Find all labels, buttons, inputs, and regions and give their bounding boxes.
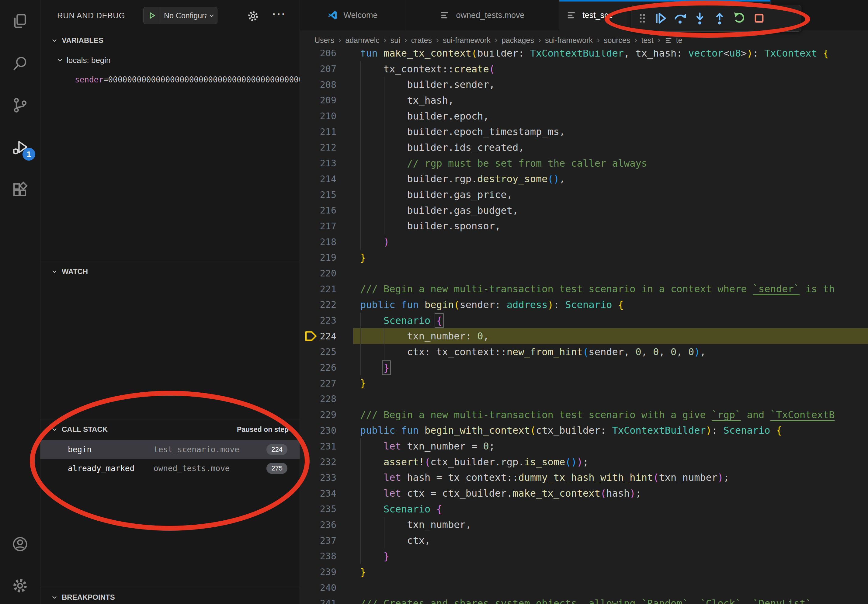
line-number[interactable]: 237 — [318, 535, 336, 546]
launch-config-dropdown[interactable]: No Configurat — [143, 7, 217, 24]
code-line-226[interactable]: 226 } — [300, 360, 868, 376]
line-number[interactable]: 240 — [318, 582, 336, 593]
line-number[interactable]: 213 — [318, 158, 336, 169]
breakpoint-gutter[interactable] — [300, 218, 318, 234]
tab-owned-tests-move[interactable]: owned_tests.move — [405, 0, 559, 30]
breakpoint-gutter[interactable] — [300, 77, 318, 93]
chevron-down-icon[interactable] — [51, 426, 58, 433]
breadcrumb-item[interactable]: crates — [411, 36, 432, 45]
line-number[interactable]: 227 — [318, 378, 336, 389]
explorer-icon[interactable] — [0, 6, 40, 36]
code-line-233[interactable]: 233 let hash = tx_context::dummy_tx_hash… — [300, 470, 868, 486]
line-number[interactable]: 231 — [318, 441, 336, 452]
code-line-212[interactable]: 212 builder.ids_created, — [300, 139, 868, 155]
code-line-219[interactable]: 219} — [300, 250, 868, 265]
breakpoint-gutter[interactable] — [300, 139, 318, 155]
breadcrumb-file[interactable]: te — [665, 36, 682, 45]
code-line-227[interactable]: 227} — [300, 375, 868, 391]
tab-welcome[interactable]: Welcome — [300, 0, 405, 30]
code-line-224[interactable]: 224 txn_number: 0, — [300, 328, 868, 344]
breakpoint-gutter[interactable] — [300, 360, 318, 376]
line-number[interactable]: 218 — [318, 237, 336, 247]
line-number[interactable]: 232 — [318, 457, 336, 467]
continue-button[interactable] — [650, 8, 670, 28]
debug-settings-gear-icon[interactable] — [246, 10, 259, 23]
current-line-marker[interactable] — [300, 328, 318, 344]
line-number[interactable]: 207 — [318, 63, 336, 74]
code-line-235[interactable]: 235 Scenario { — [300, 501, 868, 517]
breakpoint-gutter[interactable] — [300, 548, 318, 564]
chevron-down-icon[interactable] — [51, 594, 58, 601]
breakpoint-gutter[interactable] — [300, 265, 318, 281]
account-icon[interactable] — [0, 529, 40, 559]
line-number[interactable]: 224 — [318, 331, 336, 342]
step-into-button[interactable] — [690, 8, 710, 28]
breakpoints-section-header[interactable]: BREAKPOINTS — [40, 589, 299, 604]
line-number[interactable]: 239 — [318, 567, 336, 577]
run-and-debug-icon[interactable]: 1 — [0, 133, 40, 163]
extensions-icon[interactable] — [0, 175, 40, 205]
line-number[interactable]: 238 — [318, 551, 336, 561]
breakpoint-gutter[interactable] — [300, 438, 318, 454]
more-actions-icon[interactable]: ··· — [272, 8, 287, 21]
breakpoint-gutter[interactable] — [300, 250, 318, 265]
breadcrumb-item[interactable]: sources — [604, 36, 631, 45]
restart-button[interactable] — [729, 8, 749, 28]
breadcrumb-item[interactable]: sui-framework — [443, 36, 491, 45]
breakpoint-gutter[interactable] — [300, 124, 318, 139]
breakpoint-gutter[interactable] — [300, 203, 318, 218]
line-number[interactable]: 209 — [318, 95, 336, 105]
line-number[interactable]: 220 — [318, 268, 336, 279]
breakpoint-gutter[interactable] — [300, 313, 318, 328]
line-number[interactable]: 217 — [318, 221, 336, 231]
watch-section-header[interactable]: WATCH — [40, 263, 299, 280]
start-debug-button[interactable] — [144, 7, 160, 24]
code-line-209[interactable]: 209 tx_hash, — [300, 93, 868, 108]
breakpoint-gutter[interactable] — [300, 533, 318, 548]
line-number[interactable]: 234 — [318, 488, 336, 499]
code-line-221[interactable]: 221/// Begin a new multi-transaction tes… — [300, 281, 868, 297]
code-line-216[interactable]: 216 builder.gas_budget, — [300, 203, 868, 218]
code-line-240[interactable]: 240 — [300, 580, 868, 595]
code-line-239[interactable]: 239} — [300, 564, 868, 580]
breakpoint-gutter[interactable] — [300, 234, 318, 250]
breakpoint-gutter[interactable] — [300, 61, 318, 77]
code-line-232[interactable]: 232 assert!(ctx_builder.rgp.is_some()); — [300, 454, 868, 470]
code-line-223[interactable]: 223 Scenario { — [300, 313, 868, 328]
variables-section-header[interactable]: VARIABLES — [40, 32, 299, 49]
breakpoint-gutter[interactable] — [300, 580, 318, 595]
stop-button[interactable] — [749, 8, 769, 28]
code-line-208[interactable]: 208 builder.sender, — [300, 77, 868, 93]
code-line-236[interactable]: 236 txn_number, — [300, 517, 868, 533]
breakpoint-gutter[interactable] — [300, 344, 318, 360]
breakpoint-gutter[interactable] — [300, 595, 318, 604]
line-number[interactable]: 236 — [318, 519, 336, 530]
call-stack-frame-already_marked[interactable]: already_markedowned_tests.move275 — [40, 459, 299, 478]
breadcrumb-item[interactable]: test — [641, 36, 653, 45]
line-number[interactable]: 228 — [318, 393, 336, 404]
locals-scope-row[interactable]: locals: begin — [40, 52, 299, 69]
breakpoint-gutter[interactable] — [300, 391, 318, 407]
breakpoint-gutter[interactable] — [300, 93, 318, 108]
code-line-228[interactable]: 228 — [300, 391, 868, 407]
line-number[interactable]: 214 — [318, 173, 336, 184]
breakpoint-gutter[interactable] — [300, 485, 318, 501]
breakpoint-gutter[interactable] — [300, 297, 318, 313]
breakpoint-gutter[interactable] — [300, 171, 318, 187]
line-number[interactable]: 229 — [318, 409, 336, 420]
step-over-button[interactable] — [670, 8, 690, 28]
code-line-217[interactable]: 217 builder.sponsor, — [300, 218, 868, 234]
breakpoint-gutter[interactable] — [300, 517, 318, 533]
line-number[interactable]: 215 — [318, 189, 336, 200]
line-number[interactable]: 226 — [318, 362, 336, 373]
code-line-213[interactable]: 213 // rgp must be set from the caller a… — [300, 155, 868, 171]
breakpoint-gutter[interactable] — [300, 423, 318, 438]
settings-gear-icon[interactable] — [0, 570, 40, 601]
breadcrumb-item[interactable]: packages — [502, 36, 534, 45]
variable-row-sender[interactable]: sender = 0000000000000000000000000000000… — [75, 72, 299, 88]
line-number[interactable]: 211 — [318, 127, 336, 137]
source-control-icon[interactable] — [0, 90, 40, 121]
call-stack-frame-begin[interactable]: begintest_scenario.move224 — [40, 440, 299, 459]
line-number[interactable]: 221 — [318, 284, 336, 294]
breakpoint-gutter[interactable] — [300, 564, 318, 580]
